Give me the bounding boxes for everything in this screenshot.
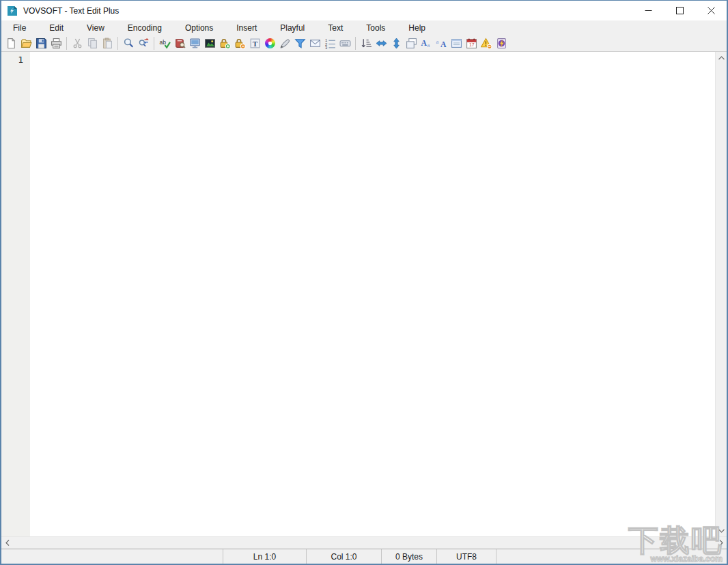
dict-icon [174, 38, 186, 49]
new-file-button[interactable] [3, 36, 18, 51]
menu-item-edit[interactable]: Edit [38, 20, 75, 35]
status-empty [1, 549, 223, 564]
new-icon [5, 38, 17, 49]
encrypt-button[interactable] [217, 36, 232, 51]
save-icon [36, 38, 47, 49]
cut-button [70, 36, 85, 51]
dictionary-button[interactable] [172, 36, 187, 51]
status-line: Ln 1:0 [223, 549, 307, 564]
window-controls [632, 1, 727, 20]
svg-text:17: 17 [468, 42, 474, 47]
uppercase-icon: aA [436, 38, 447, 49]
duplicate-button[interactable] [404, 36, 419, 51]
line-number: 1 [18, 55, 23, 65]
paste-button [100, 36, 115, 51]
pen-icon [279, 38, 291, 49]
scroll-right-icon[interactable] [715, 537, 727, 549]
vertical-fit-button[interactable] [389, 36, 404, 51]
menu-item-file[interactable]: File [1, 20, 38, 35]
svg-text:A: A [440, 40, 446, 49]
toolbar-separator [117, 37, 118, 50]
color-picker-button[interactable] [262, 36, 277, 51]
keyboard-icon [339, 38, 351, 49]
svg-text:a: a [427, 42, 430, 48]
email-button[interactable] [307, 36, 322, 51]
toolbar: abT123AaaA17 [1, 35, 727, 52]
line-number-gutter: 1 [1, 52, 30, 536]
remove-warning-button[interactable] [479, 36, 494, 51]
svg-text:a: a [436, 38, 438, 45]
menu-bar: FileEditViewEncodingOptionsInsertPlayful… [1, 20, 727, 35]
image-icon [204, 38, 216, 49]
scroll-down-icon[interactable] [716, 525, 727, 536]
menu-item-playful[interactable]: Playful [268, 20, 316, 35]
menu-item-text[interactable]: Text [316, 20, 354, 35]
maximize-button[interactable] [664, 1, 695, 20]
status-bar: Ln 1:0Col 1:00 BytesUTF8 [1, 549, 727, 564]
spell-check-button[interactable]: ab [157, 36, 172, 51]
email-icon [309, 38, 321, 49]
app-icon [7, 5, 18, 16]
scroll-up-icon[interactable] [716, 52, 727, 63]
cut-icon [72, 38, 83, 49]
status-column: Col 1:0 [307, 549, 382, 564]
toolbar-separator [355, 37, 356, 50]
calendar-icon: 17 [466, 38, 477, 49]
decrypt-icon [234, 38, 246, 49]
numlist-icon: 123 [324, 38, 336, 49]
to-uppercase-button[interactable]: aA [434, 36, 449, 51]
menu-item-insert[interactable]: Insert [225, 20, 268, 35]
text-edit-plus-window: VOVSOFT - Text Edit Plus FileEditViewEnc… [0, 0, 728, 565]
menu-item-encoding[interactable]: Encoding [116, 20, 173, 35]
menu-item-tools[interactable]: Tools [354, 20, 397, 35]
encrypt-icon [219, 38, 231, 49]
full-screen-button[interactable] [187, 36, 202, 51]
decrypt-button[interactable] [232, 36, 247, 51]
replace-button[interactable] [136, 36, 151, 51]
menu-item-help[interactable]: Help [397, 20, 437, 35]
editor-area: 1 [1, 52, 727, 536]
keyboard-button[interactable] [337, 36, 352, 51]
save-file-button[interactable] [33, 36, 48, 51]
menu-item-view[interactable]: View [75, 20, 116, 35]
monitor-icon [189, 38, 201, 49]
open-icon [20, 38, 32, 49]
open-file-button[interactable] [18, 36, 33, 51]
scroll-left-icon[interactable] [1, 537, 13, 549]
flash-icon [496, 38, 507, 49]
pen-button[interactable] [277, 36, 292, 51]
numbered-list-button[interactable]: 123 [322, 36, 337, 51]
status-size: 0 Bytes [382, 549, 437, 564]
insert-image-button[interactable] [202, 36, 217, 51]
font-button[interactable]: T [247, 36, 262, 51]
svg-text:A: A [421, 39, 427, 48]
paste-icon [102, 38, 113, 49]
find-button[interactable] [121, 36, 136, 51]
horizontal-scrollbar[interactable] [1, 536, 727, 549]
harrows-icon [376, 38, 387, 49]
title-bar: VOVSOFT - Text Edit Plus [1, 1, 727, 20]
filter-lines-button[interactable] [292, 36, 307, 51]
text-editor-input[interactable] [30, 52, 715, 536]
to-lowercase-button[interactable]: Aa [419, 36, 434, 51]
svg-text:ab: ab [159, 39, 166, 46]
quick-action-button[interactable] [494, 36, 509, 51]
print-button[interactable] [48, 36, 64, 51]
windowlist-icon [451, 38, 462, 49]
vertical-scrollbar[interactable] [715, 52, 727, 536]
toolbar-separator [154, 37, 154, 50]
window-title: VOVSOFT - Text Edit Plus [23, 6, 119, 16]
sort-lines-button[interactable] [359, 36, 374, 51]
list-window-button[interactable] [449, 36, 464, 51]
filter-icon [294, 38, 306, 49]
svg-text:T: T [252, 40, 257, 48]
minimize-button[interactable] [632, 1, 664, 20]
print-icon [51, 38, 62, 49]
calendar-button[interactable]: 17 [464, 36, 479, 51]
close-button[interactable] [695, 1, 727, 20]
horizontal-fit-button[interactable] [374, 36, 389, 51]
find-icon [123, 38, 135, 49]
replace-icon [138, 38, 150, 49]
menu-item-options[interactable]: Options [173, 20, 225, 35]
lowercase-icon: Aa [421, 38, 432, 49]
